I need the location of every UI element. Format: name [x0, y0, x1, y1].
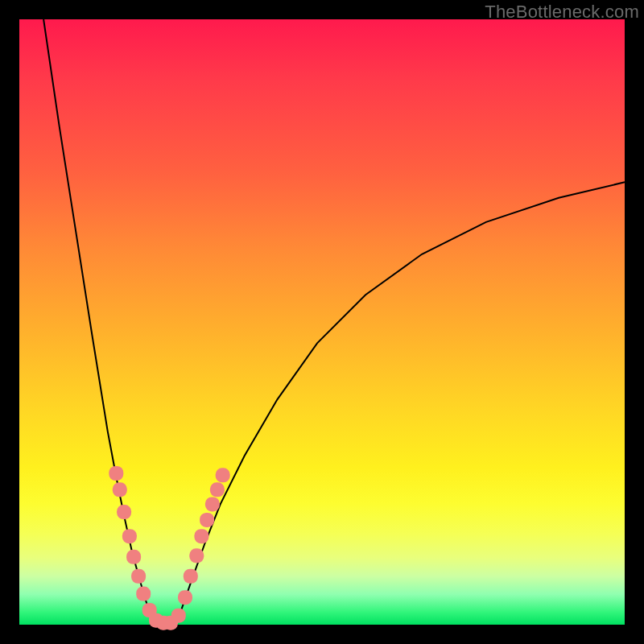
bead-marker: [189, 548, 204, 563]
bead-marker: [126, 550, 141, 564]
bead-marker: [184, 569, 198, 584]
bead-marker: [136, 587, 151, 601]
plot-area: [19, 19, 625, 625]
bead-marker: [205, 497, 220, 511]
bead-marker: [194, 529, 208, 543]
chart-svg: [19, 19, 625, 625]
bead-marker: [200, 513, 214, 527]
bead-marker: [131, 569, 146, 584]
bead-marker: [216, 468, 230, 482]
bead-marker: [178, 590, 192, 605]
watermark-text: TheBottleneck.com: [485, 2, 639, 23]
bead-marker: [122, 529, 137, 543]
bead-marker: [113, 482, 127, 497]
bead-marker: [109, 466, 123, 481]
curve-left-branch: [43, 19, 155, 625]
curve-right-branch: [176, 182, 625, 625]
bead-marker: [117, 505, 131, 519]
outer-frame: TheBottleneck.com: [0, 0, 644, 644]
bead-marker: [210, 482, 225, 497]
bead-marker: [171, 609, 186, 623]
bead-markers: [109, 466, 229, 630]
